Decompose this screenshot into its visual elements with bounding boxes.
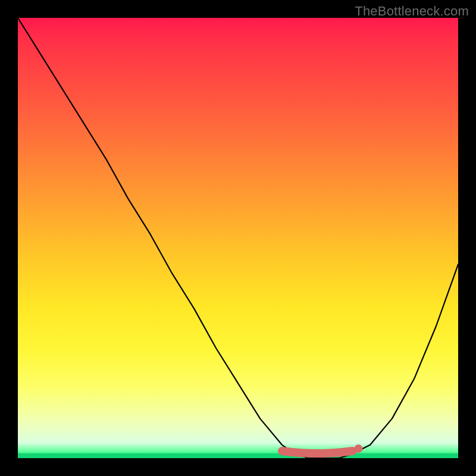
chart-plot-area (18, 18, 458, 458)
bottleneck-curve (18, 18, 458, 458)
watermark-text: TheBottleneck.com (355, 4, 469, 19)
chart-frame: TheBottleneck.com (0, 0, 476, 476)
svg-point-0 (354, 444, 362, 453)
